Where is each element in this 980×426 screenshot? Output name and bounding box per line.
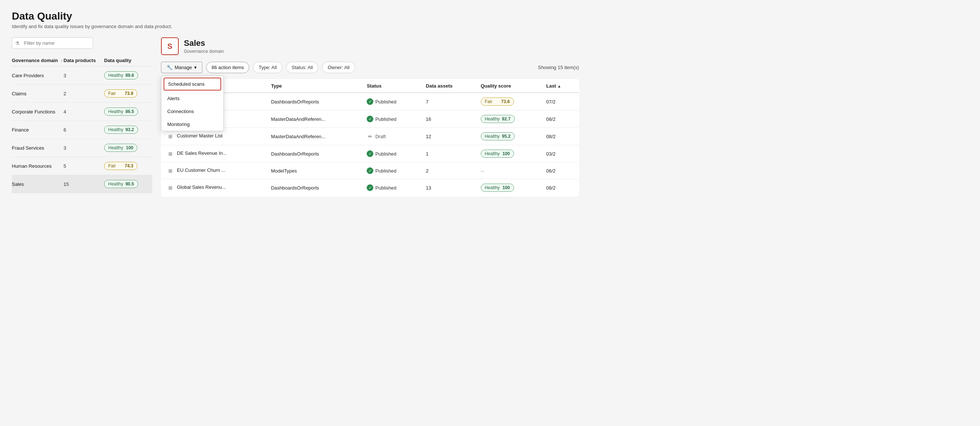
showing-count: Showing 15 item(s)	[538, 65, 579, 70]
td-last: 08/2	[541, 128, 579, 145]
td-name: ⊞Global Sales Revenu...	[161, 179, 266, 196]
dropdown-item[interactable]: Alerts	[161, 92, 223, 105]
badge-label: Healthy	[108, 182, 123, 187]
check-circle-icon: ✓	[367, 184, 373, 191]
domain-row-products: 6	[64, 127, 104, 132]
badge-score: 74.3	[125, 163, 133, 169]
domain-row[interactable]: Sales 15 Healthy 90.5	[12, 175, 152, 193]
td-status: ✓ Published	[361, 93, 421, 110]
draft-icon: ✏	[367, 133, 373, 140]
table-row[interactable]: ⊞Global Sales Revenu... DashboardsOrRepo…	[161, 179, 579, 196]
domain-row-name: Sales	[12, 182, 64, 187]
td-last: 08/2	[541, 110, 579, 128]
owner-filter-button[interactable]: Owner: All	[322, 62, 355, 73]
domain-row-products: 3	[64, 145, 104, 151]
domain-row-name: Corporate Functions	[12, 109, 64, 115]
td-quality: Healthy92.7	[476, 110, 541, 128]
domain-row-quality: Fair 73.9	[104, 89, 152, 97]
badge-score: 89.6	[126, 73, 134, 78]
sort-last-icon: ▲	[557, 84, 561, 88]
product-icon: ⊞	[167, 184, 174, 191]
product-icon: ⊞	[167, 150, 174, 157]
badge-label: Fair	[108, 163, 116, 169]
dropdown-item[interactable]: Connections	[161, 105, 223, 118]
data-table-body: ⊞ DashboardsOrReports ✓ Published 7 Fair…	[161, 93, 579, 196]
domain-row-quality: Fair 74.3	[104, 162, 152, 170]
badge-score: 73.6	[501, 99, 509, 104]
type-filter-button[interactable]: Type: All	[253, 62, 282, 73]
manage-label: Manage	[175, 65, 192, 70]
td-quality: --	[476, 163, 541, 179]
action-items-button[interactable]: 86 action items	[206, 62, 249, 73]
domain-row-quality: Healthy 89.6	[104, 71, 152, 80]
filter-wrap: ⚗	[12, 37, 152, 49]
domain-type: Governance domain	[184, 49, 224, 54]
domain-row[interactable]: Finance 6 Healthy 93.2	[12, 121, 152, 139]
domain-row-quality: Healthy 90.5	[104, 180, 152, 188]
page-title: Data Quality	[12, 10, 579, 22]
table-row[interactable]: ⊞ MasterDataAndReferen... ✓ Published 16…	[161, 110, 579, 128]
table-row[interactable]: ⊞EU Customer Churn ... ModelTypes ✓ Publ…	[161, 163, 579, 179]
dropdown-items: Scheduled scansAlertsConnectionsMonitori…	[161, 78, 223, 131]
status-published: ✓ Published	[367, 168, 396, 174]
status-filter-label: Status: All	[292, 65, 313, 70]
domain-row[interactable]: Human Resources 5 Fair 74.3	[12, 157, 152, 175]
dropdown-item[interactable]: Monitoring	[161, 118, 223, 131]
page-subtitle: Identify and fix data quality issues by …	[12, 24, 579, 29]
badge-label: Healthy	[108, 127, 123, 132]
domain-row-name: Claims	[12, 91, 64, 96]
toolbar: 🔧 Manage ▾ Scheduled scansAlertsConnecti…	[161, 62, 579, 73]
badge-label: Healthy	[108, 109, 123, 114]
td-status: ✓ Published	[361, 145, 421, 163]
td-assets: 13	[421, 179, 475, 196]
badge-score: 86.5	[126, 109, 134, 114]
th-quality: Quality score	[476, 80, 541, 93]
status-published: ✓ Published	[367, 98, 396, 105]
badge-score: 95.2	[502, 134, 510, 139]
table-row[interactable]: ⊞DE Sales Revenue In... DashboardsOrRepo…	[161, 145, 579, 163]
check-circle-icon: ✓	[367, 116, 373, 122]
product-icon: ⊞	[167, 167, 174, 174]
product-icon: ⊞	[167, 132, 174, 140]
domain-header: S Sales Governance domain	[161, 37, 579, 55]
badge-label: Healthy	[108, 145, 123, 150]
td-status: ✓ Published	[361, 179, 421, 196]
left-table-header: Governance domain ↑ Data products Data q…	[12, 55, 152, 67]
quality-dash: --	[481, 168, 484, 174]
domain-row-products: 15	[64, 182, 104, 187]
right-panel: S Sales Governance domain 🔧 Manage ▾ Sch…	[161, 37, 579, 196]
domain-row-name: Care Providers	[12, 73, 64, 78]
td-name: ⊞EU Customer Churn ...	[161, 163, 266, 179]
domain-row[interactable]: Care Providers 3 Healthy 89.6	[12, 67, 152, 85]
col-products-header: Data products	[64, 57, 104, 63]
domain-row-products: 2	[64, 91, 104, 96]
badge-score: 100	[503, 151, 510, 156]
th-type: Type	[266, 80, 361, 93]
domain-row-name: Finance	[12, 127, 64, 132]
dropdown-item[interactable]: Scheduled scans	[164, 78, 221, 91]
manage-button[interactable]: 🔧 Manage ▾	[161, 62, 202, 73]
badge-score: 100	[503, 185, 510, 190]
badge-label: Fair	[108, 91, 116, 96]
badge-label: Fair	[485, 99, 493, 104]
td-type: MasterDataAndReferen...	[266, 128, 361, 145]
table-header-row: Type Status Data assets Quality score La…	[161, 80, 579, 93]
left-panel: ⚗ Governance domain ↑ Data products Data…	[12, 37, 152, 196]
td-last: 03/2	[541, 145, 579, 163]
td-status: ✏ Draft	[361, 128, 421, 145]
domain-row[interactable]: Fraud Services 3 Healthy 100	[12, 139, 152, 157]
status-filter-button[interactable]: Status: All	[286, 62, 319, 73]
td-status: ✓ Published	[361, 163, 421, 179]
domain-row-name: Human Resources	[12, 163, 64, 169]
domain-title: Sales	[184, 38, 224, 48]
td-last: 07/2	[541, 93, 579, 110]
filter-input[interactable]	[12, 37, 93, 49]
td-assets: 12	[421, 128, 475, 145]
table-row[interactable]: ⊞Customer Master List MasterDataAndRefer…	[161, 128, 579, 145]
td-type: DashboardsOrReports	[266, 179, 361, 196]
badge-score: 73.9	[125, 91, 133, 96]
domain-row[interactable]: Claims 2 Fair 73.9	[12, 85, 152, 103]
domain-row[interactable]: Corporate Functions 4 Healthy 86.5	[12, 103, 152, 121]
td-status: ✓ Published	[361, 110, 421, 128]
table-row[interactable]: ⊞ DashboardsOrReports ✓ Published 7 Fair…	[161, 93, 579, 110]
